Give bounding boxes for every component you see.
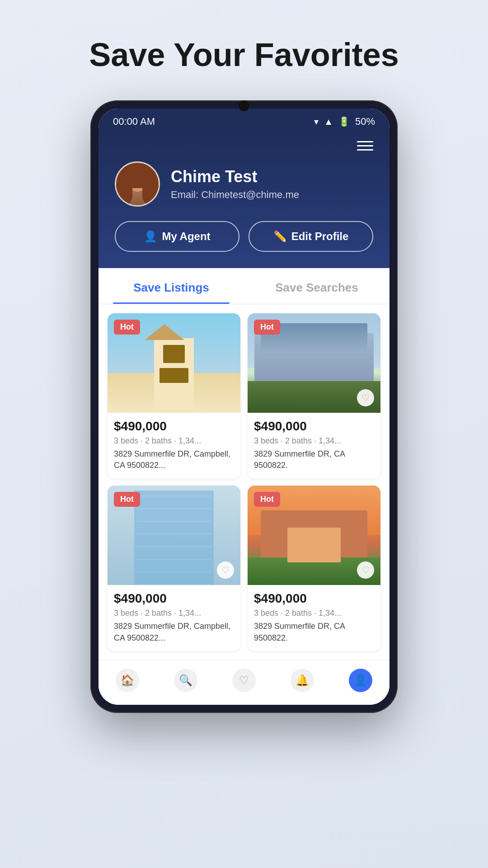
favorites-icon: ♡ — [232, 669, 256, 692]
avatar-hair-left — [115, 183, 132, 205]
agent-icon: 👤 — [144, 230, 157, 243]
status-icons: ▾ ▲ 🔋 50% — [314, 116, 375, 127]
listing-info-3: $490,000 3 beds · 2 baths · 1,34... 3829… — [108, 585, 240, 651]
tab-save-searches-label: Save Searches — [275, 281, 358, 294]
user-name: Chime Test — [171, 167, 299, 186]
hamburger-menu[interactable] — [357, 141, 373, 151]
listing-details-3: 3 beds · 2 baths · 1,34... — [114, 609, 234, 618]
nav-alerts[interactable]: 🔔 — [291, 669, 314, 692]
home-icon: 🏠 — [116, 669, 139, 692]
listing-image-1: Hot — [108, 313, 240, 413]
listing-info-4: $490,000 3 beds · 2 baths · 1,34... 3829… — [248, 585, 380, 651]
tab-save-listings-label: Save Listings — [133, 281, 209, 294]
tab-save-listings[interactable]: Save Listings — [99, 268, 244, 304]
phone-screen: 00:00 AM ▾ ▲ 🔋 50% — [99, 108, 389, 705]
hot-badge-2: Hot — [254, 320, 280, 335]
nav-search[interactable]: 🔍 — [174, 669, 197, 692]
listing-price-2: $490,000 — [254, 419, 374, 434]
edit-icon: ✏️ — [273, 230, 287, 243]
listings-grid: Hot $490,000 3 beds · 2 baths · 1,34... … — [99, 304, 389, 660]
listing-price-1: $490,000 — [114, 419, 234, 434]
listing-details-4: 3 beds · 2 baths · 1,34... — [254, 609, 374, 618]
hot-badge-4: Hot — [254, 492, 280, 507]
camera-notch — [239, 100, 249, 111]
battery-percent: 50% — [355, 116, 375, 127]
status-time: 00:00 AM — [113, 116, 155, 127]
phone-frame: 00:00 AM ▾ ▲ 🔋 50% — [90, 100, 398, 713]
status-bar: 00:00 AM ▾ ▲ 🔋 50% — [99, 108, 389, 132]
heart-button-2[interactable]: ♡ — [357, 389, 374, 406]
listing-details-2: 3 beds · 2 baths · 1,34... — [254, 436, 374, 446]
nav-favorites[interactable]: ♡ — [232, 669, 256, 692]
menu-row — [115, 141, 373, 151]
listing-price-3: $490,000 — [114, 591, 234, 606]
edit-profile-button[interactable]: ✏️ Edit Profile — [249, 221, 373, 252]
avatar-face — [116, 163, 159, 205]
listing-details-1: 3 beds · 2 baths · 1,34... — [114, 436, 234, 446]
menu-line-1 — [357, 141, 373, 142]
avatar — [115, 161, 160, 207]
listing-image-2: Hot ♡ — [248, 313, 380, 413]
listing-card-2[interactable]: Hot ♡ $490,000 3 beds · 2 baths · 1,34..… — [248, 313, 380, 478]
listing-image-4: Hot ♡ — [248, 486, 380, 585]
listing-address-3: 3829 Summerfile DR, Campbell, CA 9500822… — [114, 621, 234, 643]
tabs-container: Save Listings Save Searches — [99, 268, 389, 304]
listing-address-4: 3829 Summerfile DR, CA 9500822. — [254, 621, 374, 643]
bottom-nav: 🏠 🔍 ♡ 🔔 👤 — [99, 660, 389, 705]
page-title: Save Your Favorites — [89, 36, 399, 73]
listing-card-3[interactable]: Hot ♡ $490,000 3 beds · 2 baths · 1,34..… — [108, 486, 240, 651]
listing-info-2: $490,000 3 beds · 2 baths · 1,34... 3829… — [248, 413, 380, 478]
battery-icon: 🔋 — [338, 116, 350, 127]
tab-save-searches[interactable]: Save Searches — [244, 268, 389, 304]
edit-profile-label: Edit Profile — [291, 230, 349, 243]
user-email: Email: Chimetest@chime.me — [171, 189, 299, 201]
listing-address-1: 3829 Summerfile DR, Campbell, CA 9500822… — [114, 448, 234, 471]
menu-line-3 — [357, 149, 373, 151]
my-agent-label: My Agent — [162, 230, 210, 243]
listing-card-4[interactable]: Hot ♡ $490,000 3 beds · 2 baths · 1,34..… — [248, 486, 380, 651]
profile-icon: 👤 — [349, 669, 372, 692]
menu-line-2 — [357, 145, 373, 146]
nav-home[interactable]: 🏠 — [116, 669, 139, 692]
header: Chime Test Email: Chimetest@chime.me 👤 M… — [99, 132, 389, 268]
signal-icon: ▲ — [324, 117, 333, 127]
user-text: Chime Test Email: Chimetest@chime.me — [171, 167, 299, 201]
search-icon: 🔍 — [174, 669, 197, 692]
hot-badge-3: Hot — [114, 492, 140, 507]
listing-price-4: $490,000 — [254, 591, 374, 606]
hot-badge-1: Hot — [114, 320, 140, 335]
listing-card-1[interactable]: Hot $490,000 3 beds · 2 baths · 1,34... … — [108, 313, 240, 478]
action-buttons: 👤 My Agent ✏️ Edit Profile — [115, 221, 373, 252]
listing-address-2: 3829 Summerfile DR, CA 9500822. — [254, 448, 374, 471]
avatar-hair-right — [142, 183, 160, 205]
listing-image-3: Hot ♡ — [108, 486, 240, 585]
nav-profile[interactable]: 👤 — [349, 669, 372, 692]
bell-icon: 🔔 — [291, 669, 314, 692]
wifi-icon: ▾ — [314, 116, 319, 127]
user-info-row: Chime Test Email: Chimetest@chime.me — [115, 161, 373, 207]
my-agent-button[interactable]: 👤 My Agent — [115, 221, 239, 252]
listing-info-1: $490,000 3 beds · 2 baths · 1,34... 3829… — [108, 413, 240, 478]
